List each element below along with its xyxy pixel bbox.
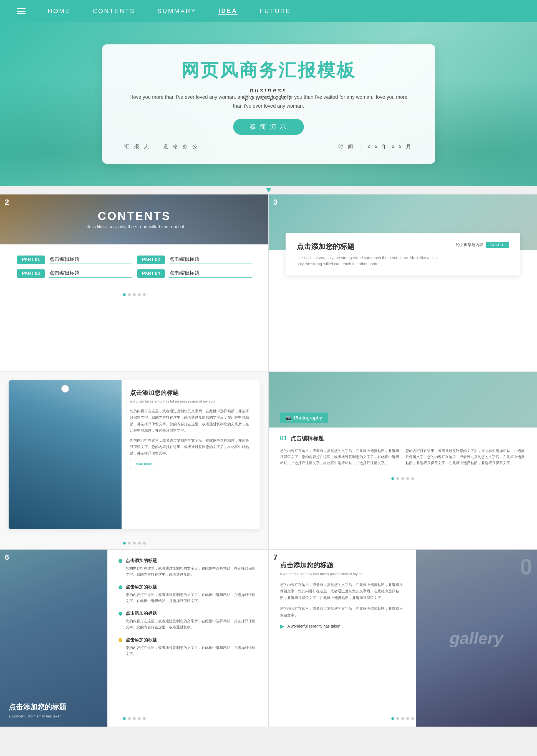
hero-title-chinese: 网页风商务汇报模板 (124, 58, 413, 82)
slide-6-item-text-4: 您的内容打在这里，或者通过复制您的文字后，在此框中选择粘贴，并选择只保留文字。 (126, 645, 257, 657)
slide-7: 7 点击添加您的标题 a wonderful serenity has take… (268, 549, 537, 727)
slide-4-inner: 点击添加您的标题 a wonderful serenity has taken … (9, 380, 260, 529)
dot-3 (133, 542, 136, 544)
hamburger-menu-icon[interactable] (17, 8, 25, 14)
slide-6-item-text-3: 您的内容打在这里，或者通过复制您的文字后，在此框中选择粘贴，并选择只保留文字。您… (126, 618, 257, 630)
dot-4 (138, 717, 141, 720)
part-text-04: 点击编辑标题 (169, 270, 251, 278)
photography-badge: 📷 Photography (280, 413, 328, 423)
slide-2-header-subtitle: Life is like a sea, only the strong-will… (84, 224, 184, 229)
slide-6-item-4: 点击添加的标题 您的内容打在这里，或者通过复制您的文字后，在此框中选择粘贴，并选… (118, 637, 257, 657)
slide-7-highlight-text: A wonderful serenity has taken (287, 624, 341, 628)
part-badge-02: PART 02 (137, 256, 165, 264)
slide-3-subtitle1: Life is like a sea, only the strong-will… (297, 255, 509, 261)
slide-4: 4 点击添加您的标题 a wonderful serenity has take… (0, 372, 268, 549)
dot-2 (128, 542, 131, 544)
teal-dot-icon-1 (118, 559, 122, 563)
slide-2-part-1: PART 01 点击编辑标题 (17, 256, 132, 264)
slide-7-left-panel: 点击添加您的标题 a wonderful serenity has taken … (269, 550, 416, 727)
slide-5-text-right: 您的内容打在这里，或者通过复制您的文字后，在此框中选择粘贴，并选择只保留文字，您… (405, 448, 526, 466)
slide-5-text-left: 您的内容打在这里，或者通过复制您的文字后，在此框中选择粘贴，并选择只保留文字，您… (280, 448, 400, 466)
slide-5-header: 📷 Photography (269, 372, 537, 427)
hero-meta: 汇 报 人 ： 道 格 办 公 时 间 ： x x 年 x x 月 (124, 143, 413, 150)
slide-7-text2: 您的内容打在这里，或者通过复制您的文字后，在此框中选择粘贴，并选择只保留文字。 (280, 605, 405, 618)
slide-3-tags: 论文框架与内容 PART 01 (456, 242, 509, 248)
slide-7-right-panel: gallery 0 (416, 550, 537, 727)
camera-icon: 📷 (286, 415, 292, 421)
slide-6-item-title-3: 点击添加的标题 (126, 611, 157, 617)
teal-dot-icon-3 (118, 612, 122, 616)
hero-bottom-arrow (0, 186, 537, 194)
part-text-01: 点击编辑标题 (49, 256, 132, 264)
slide-2-part-2: PART 02 点击编辑标题 (137, 256, 252, 264)
hero-card: 网页风商务汇报模板 business powerpoint i love you… (102, 44, 435, 164)
part-text-02: 点击编辑标题 (169, 256, 251, 264)
arrow-down-icon (266, 188, 271, 192)
slide-5: 5 📷 Photography 01 点击编辑标题 您的内容打在这里，或者通过复… (268, 372, 537, 549)
hero-description: i love you more than i've ever loved any… (124, 93, 413, 111)
slide-3-tag-teal: PART 01 (486, 242, 509, 248)
slide-4-text2: 您的内容打在这里，或者通过复制您的文字后，在此框中选择粘贴，并选择只保留文字。您… (130, 437, 251, 457)
dot-3 (401, 477, 404, 480)
slide-6-left-panel: 点击添加您的标题 a wonderful from emily has take… (0, 550, 107, 727)
slide-4-title: 点击添加您的标题 (130, 389, 251, 397)
dot-3 (133, 717, 136, 720)
slide-3-tag-gray: 论文框架与内容 (456, 243, 483, 248)
slide-7-dots (269, 713, 537, 724)
nav-item-home[interactable]: HOME (48, 8, 70, 15)
slide-4-read-more-button[interactable]: read more (130, 460, 158, 468)
slide-6: 6 点击添加您的标题 a wonderful from emily has ta… (0, 549, 268, 727)
slide-3-card: 论文框架与内容 PART 01 点击添加您的标题 Life is like a … (286, 233, 520, 275)
slide-4-image (9, 380, 122, 529)
gallery-text: gallery (450, 629, 503, 648)
slide-6-item-2: 点击添加的标题 您的内容打在这里，或者通过复制您的文字后，在此框中选择粘贴，并选… (118, 584, 257, 604)
slide-6-number: 6 (5, 553, 9, 562)
slide-4-building (9, 380, 122, 529)
teal-dot-icon-2 (118, 585, 122, 589)
part-badge-04: PART 04 (137, 269, 165, 278)
slide-5-content: 01 点击编辑标题 您的内容打在这里，或者通过复制您的文字后，在此框中选择粘贴，… (269, 427, 537, 473)
hero-cta-button[interactable]: 极 简 演 示 (233, 119, 304, 135)
dot-5 (411, 477, 414, 480)
dot-1 (391, 477, 394, 480)
dot-4 (138, 542, 141, 544)
slide-5-columns: 您的内容打在这里，或者通过复制您的文字后，在此框中选择粘贴，并选择只保留文字，您… (280, 448, 526, 466)
part-badge-01: PART 01 (17, 256, 45, 264)
slide-4-subtitle: a wonderful serenity has taken possessio… (130, 399, 251, 403)
teal-arrow-icon: ▶ (280, 623, 284, 629)
dot-1 (391, 717, 394, 720)
slide-4-dots (0, 537, 268, 549)
slide-6-right-panel: 点击添加的标题 您的内容打在这里，或者通过复制您的文字后，在此框中选择粘贴，并选… (107, 550, 268, 727)
nav-item-idea[interactable]: IDEA (219, 7, 237, 15)
slide-3: 3 论文框架与内容 PART 01 点击添加您的标题 Life is like … (268, 194, 537, 372)
nav-item-summary[interactable]: SUMMARY (157, 8, 196, 15)
slide-2-header: 2 CONTENTS Life is like a sea, only the … (0, 194, 268, 244)
dot-2 (396, 477, 399, 480)
slide-2-part-3: PART 03 点击编辑标题 (17, 269, 132, 278)
slide-7-title: 点击添加您的标题 (280, 561, 405, 570)
slide-6-item-1: 点击添加的标题 您的内容打在这里，或者通过复制您的文字后，在此框中选择粘贴，并选… (118, 558, 257, 577)
yellow-dot-icon-4 (118, 638, 122, 642)
slide-7-highlight: ▶ A wonderful serenity has taken (280, 623, 405, 629)
dot-1 (123, 717, 126, 720)
slide-2-part-4: PART 04 点击编辑标题 (137, 269, 252, 278)
hero-divider: business powerpoint (124, 87, 413, 87)
slide-6-item-text-2: 您的内容打在这里，或者通过复制您的文字后，在此框中选择粘贴，并选择只保留文字。在… (126, 592, 257, 604)
dot-5 (411, 717, 414, 720)
slide-7-right-number: 0 (520, 554, 533, 579)
slide-2-dots (0, 289, 268, 300)
slide-2-number: 2 (5, 198, 9, 207)
slide-6-title: 点击添加您的标题 (9, 702, 66, 712)
hero-meta-author: 汇 报 人 ： 道 格 办 公 (124, 143, 199, 150)
dot-2 (128, 293, 131, 296)
dot-4 (138, 293, 141, 296)
dot-5 (143, 293, 146, 296)
slide-6-item-text-1: 您的内容打在这里，或者通过复制您的文字后，在此框中选择粘贴，并选择只保留文字。您… (126, 565, 257, 577)
dot-5 (143, 717, 146, 720)
nav-item-contents[interactable]: CONTENTS (93, 8, 135, 15)
slide-5-dots (269, 473, 537, 484)
dot-2 (128, 717, 131, 720)
dot-1 (123, 293, 126, 296)
dot-3 (401, 717, 404, 720)
nav-item-future[interactable]: FUTURE (260, 8, 291, 15)
